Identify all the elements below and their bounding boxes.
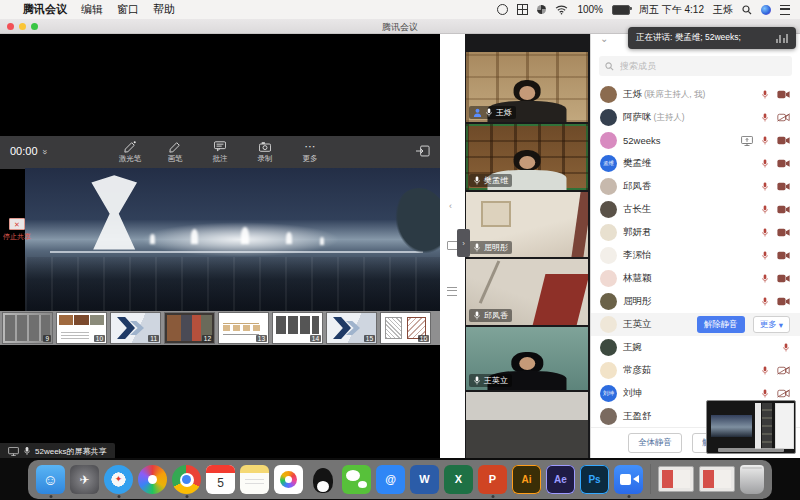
mic-muted-icon[interactable] [761,365,769,376]
mic-muted-icon[interactable] [761,112,769,123]
unmute-button[interactable]: 解除静音 [697,316,745,333]
dock-wechat-icon[interactable] [342,465,371,494]
mic-muted-icon[interactable] [761,135,769,146]
dock-word-icon[interactable]: W [410,465,439,494]
siri-icon[interactable] [761,5,771,15]
member-row-wang-shuo[interactable]: 王烁(联席主持人, 我) [591,83,800,106]
dock-ae-icon[interactable]: Ae [546,465,575,494]
dock-ps-icon[interactable]: Ps [580,465,609,494]
mic-muted-icon[interactable] [761,158,769,169]
member-row-fan-mengwei[interactable]: 孟维樊孟维 [591,152,800,175]
exit-fullscreen-icon[interactable] [416,145,430,157]
dock-photos-icon[interactable] [274,465,303,494]
camera-icon[interactable] [777,205,790,214]
camera-off-icon[interactable] [777,113,790,122]
menu-bar-user[interactable]: 王烁 [713,3,733,17]
menu-item-help[interactable]: 帮助 [153,2,175,17]
mic-muted-icon[interactable] [761,181,769,192]
video-tile-qiu-fengxiang[interactable]: 邱凤香 [466,259,588,325]
dock-calendar-icon[interactable]: 5 [206,465,235,494]
wifi-icon[interactable] [555,5,568,15]
camera-icon[interactable] [777,90,790,99]
mic-muted-icon[interactable] [761,273,769,284]
member-row-qu-mingtong[interactable]: 屈明彤 [591,290,800,313]
dock-chrome-icon[interactable] [172,465,201,494]
status-circle-icon[interactable] [497,4,508,15]
menu-item-window[interactable]: 窗口 [117,2,139,17]
camera-icon[interactable] [777,159,790,168]
camera-icon[interactable] [777,274,790,283]
video-tile-wang-shuo[interactable]: 王烁 [466,52,588,122]
search-input[interactable] [618,60,786,72]
dock-excel-icon[interactable]: X [444,465,473,494]
member-row-chang-yanru[interactable]: 常彦茹 [591,359,800,382]
spotlight-search-icon[interactable] [742,5,752,15]
member-row-li-luoyi[interactable]: 李漯怡 [591,244,800,267]
mic-muted-icon[interactable] [782,342,790,353]
slide-thumbnail[interactable]: 9 [3,313,52,343]
tool-laser[interactable]: 激光笔 [114,140,146,164]
mic-muted-icon[interactable] [761,250,769,261]
control-center-icon[interactable] [780,5,790,15]
menu-bar-clock[interactable]: 周五 下午 4:12 [639,3,704,17]
dock-safari-icon[interactable]: ✦ [104,465,133,494]
stop-share-button[interactable]: ✕ 停止共享 [1,218,33,242]
member-row-qiu-fengxiang[interactable]: 邱凤香 [591,175,800,198]
tool-annotate[interactable]: 批注 [204,140,236,164]
dock-qq-icon[interactable] [308,465,337,494]
camera-icon[interactable] [777,182,790,191]
member-row-52weeks[interactable]: 52weeks [591,129,800,152]
member-row-lin-huiying[interactable]: 林慧颖 [591,267,800,290]
dock-browser-icon[interactable] [138,465,167,494]
video-tile-fan-mengwei[interactable]: 樊孟维 [466,124,588,190]
dock-ppt-icon[interactable]: P [478,465,507,494]
input-source-icon[interactable] [537,5,546,14]
camera-icon[interactable] [777,251,790,260]
dock-meeting-icon[interactable] [614,465,643,494]
more-button[interactable]: 更多▾ [753,316,790,333]
camera-off-icon[interactable] [777,389,790,398]
member-row-wang-wan[interactable]: 王婉 [591,336,800,359]
video-tile-wang-yingli[interactable]: 王英立 [466,327,588,390]
slide-thumbnail[interactable]: 11 [111,313,160,343]
mic-muted-icon[interactable] [761,89,769,100]
camera-icon[interactable] [777,297,790,306]
mic-muted-icon[interactable] [761,227,769,238]
slide-thumbnail[interactable]: 13 [219,313,268,343]
member-row-gu-changsheng[interactable]: 古长生 [591,198,800,221]
screen-share-pip-preview[interactable] [706,400,796,454]
dock-finder-icon[interactable]: ☺ [36,465,65,494]
dock-minimized-window-2[interactable] [699,466,735,492]
dock-trash-icon[interactable] [740,465,764,494]
chevron-left-icon[interactable]: ‹ [449,201,452,211]
camera-off-icon[interactable] [777,366,790,375]
mic-muted-icon[interactable] [761,296,769,307]
slide-thumbnail[interactable]: 15 [327,313,376,343]
list-toggle-icon[interactable] [447,287,457,296]
panel-expand-tab[interactable]: › [457,229,470,257]
slide-thumbnail[interactable]: 10 [57,313,106,343]
menu-item-app[interactable]: 腾讯会议 [23,2,67,17]
slide-thumbnail[interactable]: 12 [165,313,214,343]
meeting-timer[interactable]: 00:00 » [10,145,46,157]
status-grid-icon[interactable] [517,4,528,15]
menu-item-edit[interactable]: 编辑 [81,2,103,17]
video-tile-empty[interactable] [466,392,588,458]
video-tile-qu-mingtong[interactable]: 屈明彤 [466,192,588,257]
tool-record[interactable]: 录制 [249,140,281,164]
member-row-a-sa-mi[interactable]: 阿萨咪(主持人) [591,106,800,129]
slide-thumbnail[interactable]: 14 [273,313,322,343]
mic-muted-icon[interactable] [761,388,769,399]
dock-docs-icon[interactable]: @ [376,465,405,494]
tool-more[interactable]: ⋯更多 [294,140,326,164]
member-row-guo-yanjun[interactable]: 郭妍君 [591,221,800,244]
mute-all-button[interactable]: 全体静音 [628,433,682,453]
dock-notes-icon[interactable] [240,465,269,494]
tool-pen[interactable]: 画笔 [159,140,191,164]
mic-muted-icon[interactable] [761,204,769,215]
dock-launchpad-icon[interactable]: ✈ [70,465,99,494]
dock-minimized-window-1[interactable] [658,466,694,492]
camera-icon[interactable] [777,228,790,237]
dock-ai-icon[interactable]: Ai [512,465,541,494]
camera-icon[interactable] [777,136,790,145]
